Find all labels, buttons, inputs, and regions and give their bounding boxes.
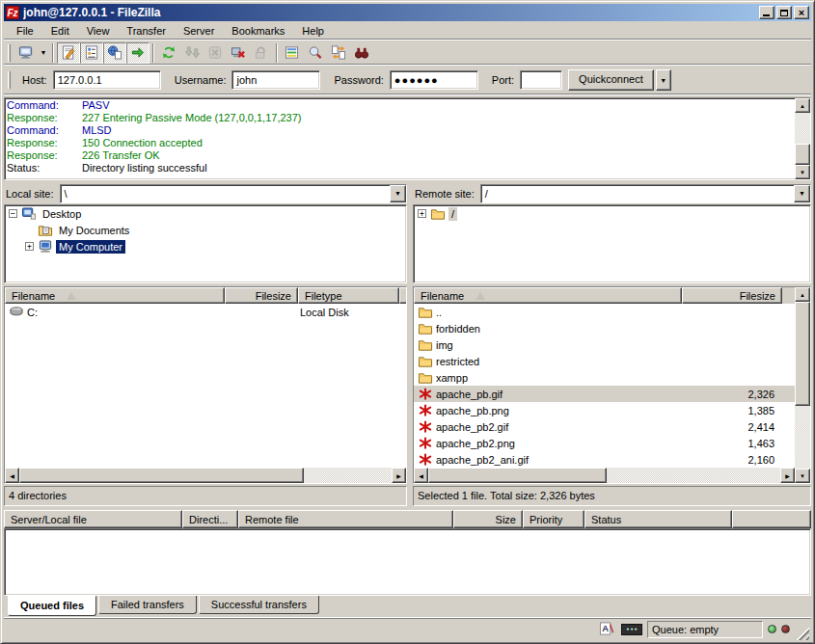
toggle-local-tree [84, 45, 99, 60]
refresh-button[interactable] [157, 42, 180, 64]
tab-queued-files[interactable]: Queued files [8, 596, 96, 616]
queue-column-directi[interactable]: Directi... [182, 510, 238, 528]
scrollbar-track[interactable] [795, 113, 810, 144]
minimize-button[interactable] [759, 6, 774, 19]
column-header-filetype[interactable]: Filetype [298, 287, 399, 304]
file-row-restricted[interactable]: restricted [414, 353, 795, 369]
scrollbar-thumb[interactable] [428, 468, 607, 483]
site-manager-dropdown-button[interactable]: ▼ [38, 42, 49, 64]
column-header-filename[interactable]: Filename [414, 287, 682, 304]
quickconnect-button[interactable]: Quickconnect [568, 69, 654, 91]
column-header-filesize[interactable]: Filesize [225, 287, 298, 304]
maximize-button[interactable] [776, 6, 792, 19]
tab-successful-transfers[interactable]: Successful transfers [199, 596, 319, 614]
menu-bookmarks[interactable]: Bookmarks [223, 23, 293, 39]
tree-item--[interactable]: +/ [414, 205, 810, 222]
menu-view[interactable]: View [78, 23, 119, 39]
toggle-transfer-queue-button[interactable] [126, 42, 149, 64]
menu-file[interactable]: File [8, 23, 42, 39]
menu-help[interactable]: Help [293, 23, 333, 39]
remote-site-combobox[interactable]: /▼ [480, 184, 811, 203]
port-input[interactable] [520, 70, 562, 90]
password-input[interactable]: ●●●●●● [390, 70, 478, 90]
toolbar-grip[interactable] [8, 71, 11, 89]
local-horizontal-scrollbar[interactable]: ◀▶ [5, 468, 406, 483]
file-row-img[interactable]: img [414, 336, 795, 353]
process-queue-button[interactable] [180, 42, 204, 64]
tab-failed-transfers[interactable]: Failed transfers [98, 596, 197, 614]
queue-column-remotefile[interactable]: Remote file [238, 510, 453, 528]
close-button[interactable]: × [794, 6, 809, 19]
scroll-right-icon[interactable]: ▶ [780, 468, 795, 483]
disconnect-button[interactable] [227, 42, 250, 64]
queue-column-serverlocalfile[interactable]: Server/Local file [4, 510, 182, 528]
scrollbar-thumb[interactable] [795, 144, 810, 165]
menu-transfer[interactable]: Transfer [118, 23, 175, 39]
scrollbar-thumb[interactable] [19, 468, 304, 483]
scrollbar-track[interactable] [795, 406, 810, 469]
host-input[interactable]: 127.0.0.1 [53, 70, 161, 90]
file-row-apache-pb2-ani.gif[interactable]: apache_pb2_ani.gif2,160 [414, 451, 795, 468]
menu-edit[interactable]: Edit [42, 23, 78, 39]
local-site-combobox[interactable]: \▼ [60, 184, 407, 203]
file-row-apache-pb.gif[interactable]: apache_pb.gif2,326 [414, 386, 795, 402]
tree-item-desktop[interactable]: −Desktop [5, 205, 406, 222]
scroll-down-icon[interactable]: ▼ [795, 469, 810, 483]
column-header-l[interactable]: L [399, 287, 406, 304]
chevron-down-icon[interactable]: ▼ [794, 185, 810, 202]
scrollbar-thumb[interactable] [795, 302, 810, 406]
computer-icon [38, 240, 53, 255]
remote-vertical-scrollbar[interactable]: ▲▼ [795, 287, 810, 483]
file-row-..[interactable]: .. [414, 304, 795, 320]
queue-column-priority[interactable]: Priority [523, 510, 584, 528]
synchronized-browsing-button[interactable] [327, 42, 350, 64]
tree-item-my-computer[interactable]: +My Computer [5, 238, 406, 255]
expand-icon[interactable]: + [25, 242, 34, 251]
scrollbar-track[interactable] [304, 468, 392, 483]
scroll-left-icon[interactable]: ◀ [414, 468, 428, 483]
file-row-xampp[interactable]: xampp [414, 369, 795, 386]
queue-column-status[interactable]: Status [584, 510, 732, 528]
queue-column-size[interactable]: Size [453, 510, 523, 528]
file-row-forbidden[interactable]: forbidden [414, 320, 795, 336]
scroll-down-icon[interactable]: ▼ [795, 165, 810, 179]
local-site-path: \ [61, 185, 390, 202]
directory-comparison-button[interactable] [304, 42, 327, 64]
file-row-apache-pb2.gif[interactable]: apache_pb2.gif2,414 [414, 418, 795, 435]
reconnect-button[interactable] [250, 42, 273, 64]
log-line-label: Response: [7, 149, 82, 162]
chevron-down-icon[interactable]: ▼ [390, 185, 406, 202]
quickconnect-dropdown-button[interactable]: ▼ [656, 69, 671, 91]
expand-icon[interactable]: + [418, 209, 426, 218]
cancel-operation-button[interactable] [204, 42, 227, 64]
toolbar-grip[interactable] [8, 44, 11, 62]
file-row-c-[interactable]: C:Local Disk [5, 304, 406, 320]
collapse-icon[interactable]: − [9, 209, 17, 218]
scroll-up-icon[interactable]: ▲ [795, 287, 810, 302]
toggle-local-tree-button[interactable] [80, 42, 103, 64]
resize-grip[interactable] [795, 626, 809, 640]
transfer-queue-body[interactable] [4, 528, 811, 596]
column-header-filename[interactable]: Filename [5, 287, 225, 304]
file-row-apache-pb2.png[interactable]: apache_pb2.png1,463 [414, 435, 795, 451]
filename-text: .. [436, 307, 442, 318]
scroll-left-icon[interactable]: ◀ [5, 468, 19, 483]
file-row-apache-pb.png[interactable]: apache_pb.png1,385 [414, 402, 795, 418]
remote-horizontal-scrollbar[interactable]: ◀▶ [414, 468, 795, 483]
scroll-up-icon[interactable]: ▲ [795, 98, 810, 113]
find-files-button[interactable] [350, 42, 373, 64]
port-label: Port: [492, 74, 514, 86]
scrollbar-track[interactable] [607, 468, 780, 483]
toggle-remote-tree-button[interactable] [103, 42, 126, 64]
scroll-right-icon[interactable]: ▶ [392, 468, 406, 483]
toggle-message-log-button[interactable] [57, 42, 80, 64]
directory-listing-filters-button[interactable] [281, 42, 304, 64]
username-input[interactable]: john [231, 70, 320, 90]
title-bar[interactable]: Fz john@127.0.0.1 - FileZilla × [4, 4, 811, 21]
directory-comparison [308, 45, 323, 60]
site-manager-button[interactable] [14, 42, 38, 64]
message-log-scrollbar[interactable]: ▲ ▼ [795, 98, 810, 179]
tree-item-my-documents[interactable]: My Documents [5, 222, 406, 238]
column-header-filesize[interactable]: Filesize [682, 287, 782, 304]
menu-server[interactable]: Server [175, 23, 223, 39]
